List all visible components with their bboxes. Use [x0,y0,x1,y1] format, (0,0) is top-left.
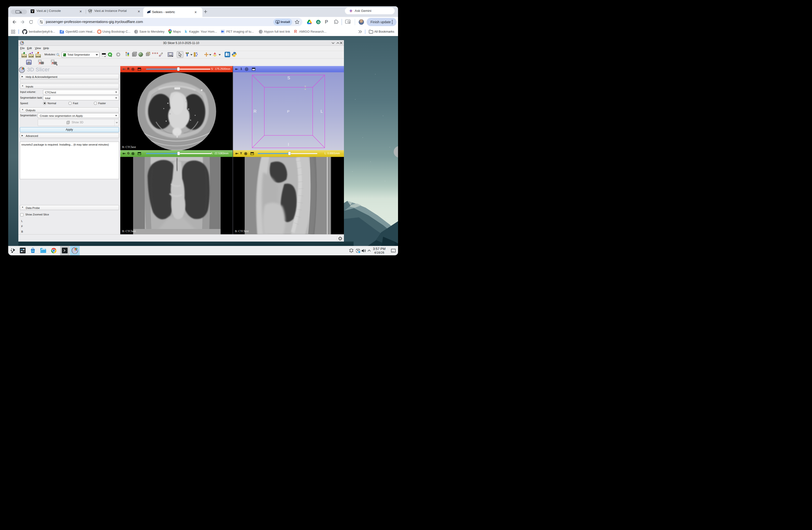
svg-text:P: P [287,109,289,113]
svg-text:I: I [288,142,289,147]
svg-text:L: L [320,109,323,114]
svg-text:V: V [31,10,33,13]
svg-text:S: S [287,76,290,80]
svg-text:R: R [253,109,256,114]
